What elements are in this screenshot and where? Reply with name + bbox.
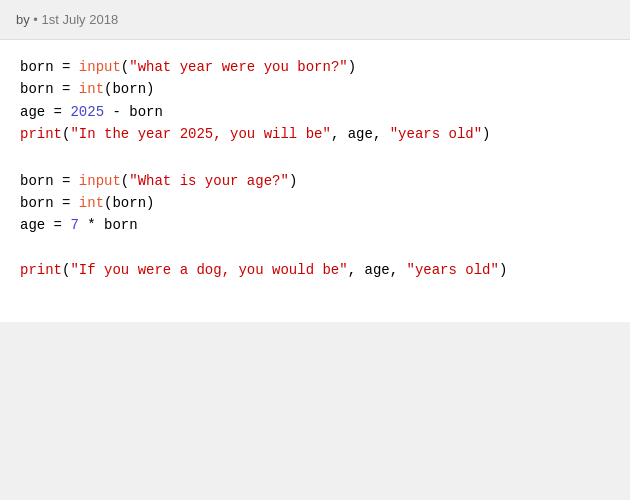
token-var: born: [20, 81, 54, 97]
token-op: =: [54, 173, 79, 189]
token-print: print: [20, 126, 62, 142]
token-var: born: [20, 173, 54, 189]
token-punct: (born): [104, 81, 154, 97]
token-op: =: [45, 104, 70, 120]
token-num: 2025: [70, 104, 104, 120]
code-line: age = 7 * born: [20, 214, 610, 236]
code-line: born = int(born): [20, 192, 610, 214]
token-punct: ): [348, 59, 356, 75]
token-num: 7: [70, 217, 78, 233]
token-op: =: [54, 195, 79, 211]
token-op: =: [54, 59, 79, 75]
code-line: born = input("what year were you born?"): [20, 56, 610, 78]
token-var: * born: [79, 217, 138, 233]
by-label: by: [16, 12, 33, 27]
token-var: age: [20, 217, 45, 233]
token-str: "what year were you born?": [129, 59, 347, 75]
token-punct: (: [121, 59, 129, 75]
code-block-2: born = input("What is your age?")born = …: [20, 170, 610, 282]
token-punct: ): [482, 126, 490, 142]
code-block-1: born = input("what year were you born?")…: [20, 56, 610, 146]
token-var: , age,: [331, 126, 390, 142]
code-line: print("If you were a dog, you would be",…: [20, 259, 610, 281]
token-str: "If you were a dog, you would be": [70, 262, 347, 278]
token-var: , age,: [348, 262, 407, 278]
token-punct: (born): [104, 195, 154, 211]
token-var: born: [20, 59, 54, 75]
code-line: print("In the year 2025, you will be", a…: [20, 123, 610, 145]
code-line: born = int(born): [20, 78, 610, 100]
code-line: [20, 237, 610, 259]
token-input: input: [79, 59, 121, 75]
token-str: "years old": [390, 126, 482, 142]
token-str: "What is your age?": [129, 173, 289, 189]
post-date: • 1st July 2018: [33, 12, 118, 27]
token-var: - born: [104, 104, 163, 120]
token-punct: ): [499, 262, 507, 278]
token-str: "In the year 2025, you will be": [70, 126, 330, 142]
token-punct: (: [121, 173, 129, 189]
token-op: =: [45, 217, 70, 233]
token-op: =: [54, 81, 79, 97]
code-line: born = input("What is your age?"): [20, 170, 610, 192]
token-var: born: [20, 195, 54, 211]
token-print: print: [20, 262, 62, 278]
token-var: age: [20, 104, 45, 120]
token-input: input: [79, 173, 121, 189]
token-str: "years old": [406, 262, 498, 278]
token-int: int: [79, 81, 104, 97]
code-area: born = input("what year were you born?")…: [0, 40, 630, 322]
post-header: by • 1st July 2018: [0, 0, 630, 40]
token-punct: ): [289, 173, 297, 189]
token-int: int: [79, 195, 104, 211]
code-line: age = 2025 - born: [20, 101, 610, 123]
